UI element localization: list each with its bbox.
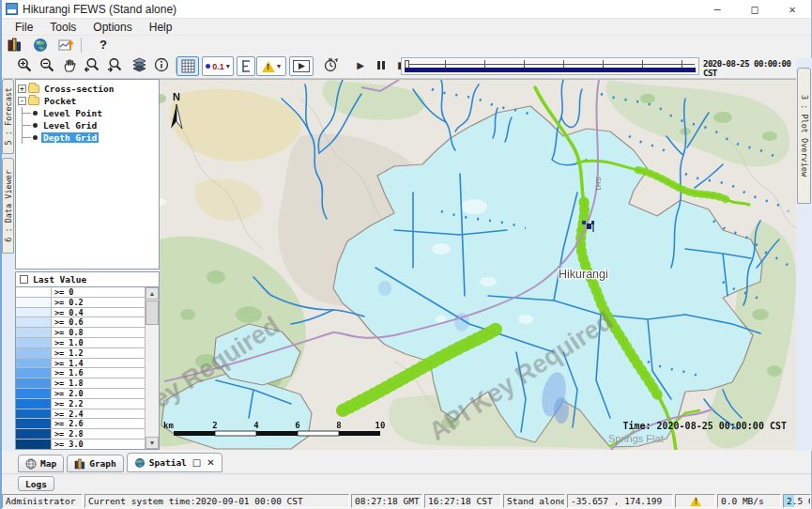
tree-row-cross-section[interactable]: + Cross-section: [18, 83, 157, 95]
zoom-out-button[interactable]: [38, 56, 56, 73]
legend-row: >= 0.2: [16, 298, 145, 308]
right-tab-strip: 3 : Plot Overview: [796, 58, 812, 451]
legend-label: >= 1.0: [52, 338, 86, 347]
warning-icon: [690, 497, 701, 506]
pan-button[interactable]: [60, 56, 79, 73]
legend-label: >= 1.4: [52, 359, 86, 368]
legend-row: >= 1.6: [16, 368, 145, 378]
legend-label: >= 0: [52, 287, 76, 297]
tree-row-depth-grid[interactable]: Depth Grid: [18, 131, 157, 144]
tab-forecast[interactable]: 5 : Forecast: [2, 79, 14, 154]
tree-row-level-grid[interactable]: Level Grid: [18, 119, 157, 131]
tab-spatial-label: Spatial: [149, 457, 187, 468]
map-display-button[interactable]: [31, 37, 50, 54]
tab-plot-overview[interactable]: 3 : Plot Overview: [797, 68, 811, 204]
bar-chart-icon: [74, 458, 85, 470]
legend-swatch: [16, 378, 52, 388]
info-button[interactable]: [152, 56, 171, 73]
status-gmt-time: 08:27:18 GMT: [351, 494, 422, 508]
menu-bar: File Tools Options Help: [2, 19, 811, 36]
play-button[interactable]: ▶: [351, 56, 370, 73]
panel-maximize-icon[interactable]: □: [192, 457, 201, 468]
status-warning[interactable]: [675, 494, 715, 508]
tab-graph[interactable]: Graph: [67, 455, 124, 472]
legend-swatch: [16, 359, 52, 368]
tab-plot-overview-label: 3 : Plot Overview: [800, 95, 809, 177]
last-value-checkbox[interactable]: [20, 275, 28, 284]
tab-map-label: Map: [40, 458, 56, 469]
maximize-button[interactable]: □: [736, 0, 774, 18]
legend-title: Last Value: [33, 274, 86, 285]
legend-label: >= 1.8: [52, 378, 86, 388]
tab-spatial[interactable]: Spatial □ ✕: [127, 453, 222, 472]
menu-options[interactable]: Options: [84, 19, 140, 36]
tree-label-selected: Depth Grid: [41, 132, 99, 143]
map-view[interactable]: API Key Required API Key Required N km: [160, 79, 796, 450]
movie-play-icon: [293, 60, 310, 72]
time-slider[interactable]: [401, 57, 699, 75]
expander-icon[interactable]: -: [18, 97, 26, 105]
close-button[interactable]: ✕: [774, 0, 811, 18]
application-window: Hikurangi FEWS (Stand alone) – □ ✕ File …: [0, 0, 812, 509]
legend-row: >= 2.6: [16, 419, 145, 429]
legend-row: >= 2.2: [16, 399, 145, 409]
legend-swatch: [16, 409, 52, 419]
zoom-previous-button[interactable]: [83, 56, 101, 73]
minimize-button[interactable]: –: [698, 0, 736, 18]
svg-text:6: 6: [295, 421, 299, 430]
current-datetime-label: 2020-08-25 00:00:00 CST: [703, 59, 795, 78]
legend-label: >= 1.6: [52, 368, 86, 378]
svg-text:2: 2: [212, 421, 217, 430]
status-mode: Stand alone: [503, 494, 565, 508]
pause-button[interactable]: [372, 56, 391, 73]
menu-tools[interactable]: Tools: [41, 19, 84, 36]
ruler-button[interactable]: [237, 56, 255, 76]
warnings-button[interactable]: ▾: [256, 56, 286, 76]
tree-row-level-point[interactable]: Level Point: [18, 107, 157, 119]
threshold-selector[interactable]: 0.1 ▾: [202, 56, 234, 76]
scroll-down-icon[interactable]: ▼: [146, 437, 159, 449]
status-user: Administrator: [2, 494, 83, 508]
tab-map[interactable]: Map: [18, 455, 64, 472]
tree-row-pocket[interactable]: - Pocket: [18, 95, 157, 107]
legend-row: >= 1.4: [16, 359, 145, 369]
legend-header: Last Value: [15, 271, 160, 287]
legend-swatch: [16, 368, 52, 378]
legend-label: >= 2.4: [52, 409, 86, 419]
zoom-next-button[interactable]: [105, 56, 124, 73]
threshold-dot-icon: [206, 64, 210, 69]
menu-help[interactable]: Help: [141, 19, 181, 36]
scalar-timeseries-button[interactable]: [57, 37, 76, 54]
svg-text:4: 4: [253, 421, 259, 430]
expander-icon[interactable]: +: [18, 85, 26, 93]
grid-display-button[interactable]: [176, 56, 199, 76]
scroll-thumb[interactable]: [146, 301, 159, 325]
legend-table: >= 0>= 0.2>= 0.4>= 0.6>= 0.8>= 1.0>= 1.2…: [15, 287, 160, 450]
panel-close-icon[interactable]: ✕: [207, 457, 214, 468]
animation-button[interactable]: [289, 56, 314, 76]
status-coordinates: -35.657 , 174.199: [567, 494, 673, 508]
legend-label: >= 2.8: [52, 429, 86, 439]
play-icon: ▶: [357, 60, 364, 70]
timer-button[interactable]: [321, 56, 340, 73]
ruler-icon: [241, 59, 252, 73]
zoom-in-button[interactable]: [15, 56, 34, 73]
logs-button[interactable]: Logs: [18, 476, 54, 491]
tree-connector: [22, 119, 33, 131]
globe-icon: [134, 457, 146, 469]
window-title: Hikurangi FEWS (Stand alone): [23, 3, 176, 16]
status-memory: 2.5 GB: [783, 494, 811, 508]
legend-swatch: [16, 298, 52, 307]
help-button[interactable]: ?: [94, 37, 113, 54]
wire-globe-icon: [25, 458, 37, 470]
tab-data-viewer[interactable]: 6 : Data Viewer: [2, 158, 14, 254]
menu-file[interactable]: File: [7, 19, 41, 36]
scroll-up-icon[interactable]: ▲: [146, 287, 159, 300]
tab-graph-label: Graph: [89, 458, 116, 469]
zoom-next-icon: [106, 57, 123, 73]
timeseries-dialog-button[interactable]: [5, 37, 23, 54]
layers-button[interactable]: [130, 56, 148, 73]
legend-scrollbar[interactable]: ▲ ▼: [145, 287, 159, 449]
legend-row: >= 0: [16, 287, 145, 298]
chevron-down-icon: ▾: [277, 62, 281, 70]
